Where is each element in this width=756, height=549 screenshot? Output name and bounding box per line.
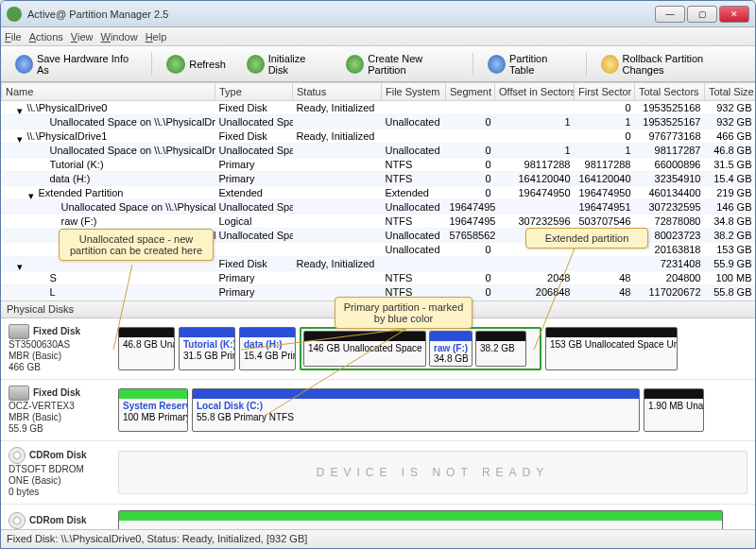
disk-row[interactable]: CDRom DiskDTSOFT BDROM [1,505,755,529]
table-row[interactable]: ▾\\.\PhysicalDrive0Fixed DiskReady, Init… [2,101,756,115]
menu-view[interactable]: View [71,31,94,43]
close-button[interactable]: ✕ [719,6,749,23]
table-row[interactable]: SPrimaryNTFS0204848204800100 MB [2,271,756,285]
table-icon [488,55,506,74]
col-type[interactable]: Type [215,83,293,101]
partition-block[interactable]: 38.2 GB [475,331,526,367]
partition-block[interactable]: 146 GB Unallocated Space Unallocatd [303,331,426,367]
col-total-sectors[interactable]: Total Sectors [635,83,705,101]
app-icon [7,7,22,22]
create-icon [346,55,364,74]
menu-window[interactable]: Window [101,31,138,43]
menu-file[interactable]: File [5,31,22,43]
partition-block[interactable]: System Reserve100 MB Primary N [118,388,188,432]
partition-block[interactable]: 46.8 GB Unalloc [118,327,175,370]
initialize-button[interactable]: Initialize Disk [238,51,335,77]
toolbar: Save Hardware Info As Refresh Initialize… [1,46,755,82]
rollback-button[interactable]: Rollback Partition Changes [593,51,749,77]
minimize-button[interactable]: — [655,6,685,23]
col-segment[interactable]: Segment [446,83,495,101]
maximize-button[interactable]: ▢ [687,6,717,23]
disk-row[interactable]: Fixed DiskOCZ-VERTEX3MBR (Basic)55.9 GBS… [1,380,755,441]
callout-unallocated: Unallocated space - new partition can be… [59,229,214,261]
table-row[interactable]: Tutorial (K:)PrimaryNTFS0981172889811728… [2,158,756,172]
initialize-icon [247,55,265,74]
partition-block[interactable]: raw (F:)34.8 GB [429,331,472,367]
table-row[interactable]: Unallocated Space on \\.\PhysicalDrive1U… [2,144,756,158]
partition-block[interactable]: 1.90 MB Unalloc [644,388,704,432]
col-offset-in-sectors[interactable]: Offset in Sectors [495,83,575,101]
titlebar: Active@ Partition Manager 2.5 — ▢ ✕ [1,1,755,27]
table-row[interactable]: Unallocated Space on \\.\PhysicalDrive1U… [2,200,756,214]
table-row[interactable]: data (H:)PrimaryNTFS01641200401641200403… [2,172,756,186]
col-name[interactable]: Name [2,83,215,101]
partition-tree[interactable]: NameTypeStatusFile SystemSegmentOffset i… [1,82,755,301]
save-hw-button[interactable]: Save Hardware Info As [7,51,146,77]
partition-block[interactable]: Local Disk (C:)55.8 GB Primary NTFS [192,388,640,432]
window-title: Active@ Partition Manager 2.5 [27,9,653,20]
partition-block[interactable]: 153 GB Unallocated Space Unalloca [545,327,678,370]
callout-primary: Primary partition - marked by blue color [335,297,472,329]
rollback-icon [601,55,619,74]
disk-row[interactable]: CDRom DiskDTSOFT BDROMONE (Basic)0 bytes… [1,441,755,505]
disk-icon [15,55,33,74]
menu-help[interactable]: Help [146,31,167,43]
create-partition-button[interactable]: Create New Partition [337,51,467,77]
refresh-icon [166,55,185,74]
table-row[interactable]: Unallocated Space on \\.\PhysicalDrive0U… [2,115,756,129]
physical-disks-panel[interactable]: Fixed DiskST3500630ASMBR (Basic)466 GB46… [1,318,755,529]
status-bar: Fixed Disk: \\.\PhysicalDrive0, Status: … [1,529,755,548]
partition-block[interactable]: data (H:)15.4 GB Primar [239,327,296,370]
col-file-system[interactable]: File System [382,83,446,101]
refresh-button[interactable]: Refresh [158,51,234,77]
col-status[interactable]: Status [293,83,382,101]
partition-block[interactable]: Tutorial (K:)31.5 GB Primar [179,327,235,370]
col-total-size[interactable]: Total Size [705,83,756,101]
menubar: File Actions View Window Help [1,27,755,46]
partition-block[interactable] [118,510,723,529]
partition-table-button[interactable]: Partition Table [479,51,580,77]
callout-extended: Extended partition [525,228,648,249]
device-not-ready: DEVICE IS NOT READY [118,451,747,494]
col-first-sector[interactable]: First Sector [575,83,635,101]
menu-actions[interactable]: Actions [29,31,63,43]
table-row[interactable]: ▾\\.\PhysicalDrive1Fixed DiskReady, Init… [2,129,756,144]
table-row[interactable]: raw (F:)LogicalNTFS196474950307232596503… [2,214,756,229]
table-row[interactable]: ▾Extended PartitionExtendedExtended01964… [2,186,756,200]
